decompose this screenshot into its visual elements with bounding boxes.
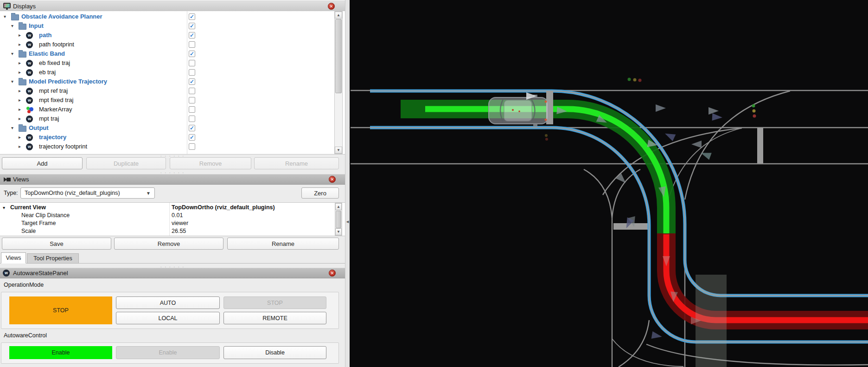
rename-view-button[interactable]: Rename bbox=[227, 238, 339, 250]
tree-row[interactable]: ▾Output✓ bbox=[0, 123, 334, 133]
tree-label[interactable]: eb fixed traj bbox=[39, 58, 70, 68]
scroll-up-icon[interactable]: ▲ bbox=[335, 12, 342, 19]
tree-label[interactable]: Model Predictive Trajectory bbox=[29, 77, 107, 86]
tree-row[interactable]: ▾Input✓ bbox=[0, 21, 334, 31]
tree-label[interactable]: Obstacle Avoidance Planner bbox=[21, 12, 102, 21]
property-value[interactable]: viewer bbox=[172, 219, 188, 227]
zero-button[interactable]: Zero bbox=[301, 187, 339, 199]
displays-tree-scrollbar[interactable]: ▲ ▼ bbox=[334, 11, 343, 154]
tree-row[interactable]: ▸web traj bbox=[0, 68, 334, 77]
display-checkbox[interactable] bbox=[189, 116, 195, 122]
scrollbar-thumb[interactable] bbox=[335, 19, 342, 93]
display-checkbox[interactable] bbox=[189, 143, 195, 150]
display-checkbox[interactable] bbox=[189, 97, 195, 103]
tree-expander-icon[interactable]: ▸ bbox=[19, 58, 24, 68]
rename-button[interactable]: Rename bbox=[254, 157, 339, 169]
tree-row[interactable]: ▸wtrajectory✓ bbox=[0, 133, 334, 142]
disable-button[interactable]: Disable bbox=[223, 346, 326, 359]
property-row[interactable]: ▾Current ViewTopDownOrtho (rviz_default_… bbox=[0, 204, 345, 212]
tree-label[interactable]: Elastic Band bbox=[29, 49, 65, 58]
tree-row[interactable]: ▾Obstacle Avoidance Planner✓ bbox=[0, 12, 334, 21]
display-checkbox[interactable] bbox=[189, 69, 195, 76]
tab-views[interactable]: Views bbox=[1, 252, 26, 264]
tree-label[interactable]: Input bbox=[29, 21, 44, 31]
tree-row[interactable]: ▸wpath✓ bbox=[0, 31, 334, 40]
tree-row[interactable]: ▸web fixed traj bbox=[0, 58, 334, 68]
autoware-state-panel-header[interactable]: w AutowareStatePanel ✕ bbox=[0, 268, 345, 278]
tree-expander-icon[interactable]: ▾ bbox=[11, 77, 17, 86]
tree-label[interactable]: path bbox=[39, 31, 51, 40]
duplicate-button[interactable]: Duplicate bbox=[86, 157, 166, 169]
tree-expander-icon[interactable]: ▾ bbox=[11, 49, 17, 58]
display-checkbox[interactable]: ✓ bbox=[189, 78, 195, 85]
displays-close-icon[interactable]: ✕ bbox=[328, 3, 335, 10]
tree-label[interactable]: mpt traj bbox=[39, 114, 59, 123]
tree-row[interactable]: ▸MarkerArray bbox=[0, 105, 334, 114]
tree-row[interactable]: ▸wpath footprint bbox=[0, 40, 334, 49]
tree-expander-icon[interactable]: ▾ bbox=[11, 123, 17, 133]
auto-button[interactable]: AUTO bbox=[116, 296, 220, 309]
tree-expander-icon[interactable]: ▸ bbox=[19, 133, 24, 142]
tree-expander-icon[interactable]: ▸ bbox=[19, 31, 24, 40]
scroll-up-icon[interactable]: ▲ bbox=[335, 203, 342, 210]
display-checkbox[interactable]: ✓ bbox=[189, 23, 195, 29]
tree-expander-icon[interactable]: ▸ bbox=[19, 68, 24, 77]
display-checkbox[interactable] bbox=[189, 106, 195, 113]
local-button[interactable]: LOCAL bbox=[116, 312, 220, 324]
remote-button[interactable]: REMOTE bbox=[223, 312, 326, 324]
tree-expander-icon[interactable]: ▾ bbox=[3, 204, 5, 212]
display-checkbox[interactable]: ✓ bbox=[189, 125, 195, 131]
stop-button[interactable]: STOP bbox=[223, 296, 326, 309]
panel-splitter[interactable] bbox=[345, 0, 350, 367]
display-checkbox[interactable]: ✓ bbox=[189, 51, 195, 57]
collapse-panel-icon[interactable]: ◂ bbox=[345, 216, 350, 226]
remove-button[interactable]: Remove bbox=[170, 157, 251, 169]
tree-label[interactable]: trajectory footprint bbox=[39, 142, 87, 151]
tree-row[interactable]: ▸wmpt traj bbox=[0, 114, 334, 123]
scroll-down-icon[interactable]: ▼ bbox=[335, 147, 342, 154]
views-close-icon[interactable]: ✕ bbox=[329, 176, 336, 183]
autoware-panel-close-icon[interactable]: ✕ bbox=[329, 270, 336, 277]
view-type-dropdown[interactable]: TopDownOrtho (rviz_default_plugins) ▼ bbox=[20, 187, 155, 199]
current-view-scrollbar[interactable]: ▲▼ bbox=[335, 203, 342, 236]
display-checkbox[interactable] bbox=[189, 88, 195, 94]
tree-row[interactable]: ▸wmpt fixed traj bbox=[0, 96, 334, 105]
tree-expander-icon[interactable]: ▸ bbox=[19, 40, 24, 49]
displays-tree[interactable]: ▾Obstacle Avoidance Planner✓▾Input✓▸wpat… bbox=[0, 11, 345, 155]
displays-panel-header[interactable]: Displays ✕ bbox=[0, 1, 345, 12]
tree-expander-icon[interactable]: ▸ bbox=[19, 114, 24, 123]
tree-expander-icon[interactable]: ▸ bbox=[19, 86, 24, 96]
tree-label[interactable]: eb traj bbox=[39, 68, 56, 77]
views-panel-header[interactable]: Views ✕ bbox=[0, 174, 345, 185]
tree-row[interactable]: ▾Model Predictive Trajectory✓ bbox=[0, 77, 334, 86]
tree-label[interactable]: Output bbox=[29, 123, 49, 133]
tab-tool-properties[interactable]: Tool Properties bbox=[27, 253, 79, 264]
enable-button[interactable]: Enable bbox=[116, 346, 220, 359]
tree-label[interactable]: trajectory bbox=[39, 133, 66, 142]
display-checkbox[interactable]: ✓ bbox=[189, 134, 195, 141]
tree-row[interactable]: ▸wmpt ref traj bbox=[0, 86, 334, 96]
property-row[interactable]: Target Frameviewer bbox=[0, 219, 345, 227]
tree-expander-icon[interactable]: ▸ bbox=[19, 105, 24, 114]
current-view-properties[interactable]: ▾Current ViewTopDownOrtho (rviz_default_… bbox=[0, 202, 345, 236]
tree-expander-icon[interactable]: ▸ bbox=[19, 142, 24, 151]
property-value[interactable]: 0.01 bbox=[172, 212, 183, 219]
display-checkbox[interactable]: ✓ bbox=[189, 32, 195, 39]
3d-viewport[interactable] bbox=[350, 0, 868, 367]
property-row[interactable]: Scale26.55 bbox=[0, 227, 345, 235]
tree-row[interactable]: ▾Elastic Band✓ bbox=[0, 49, 334, 58]
scroll-down-icon[interactable]: ▼ bbox=[335, 228, 342, 235]
display-checkbox[interactable] bbox=[189, 41, 195, 48]
remove-view-button[interactable]: Remove bbox=[114, 238, 223, 250]
tree-expander-icon[interactable]: ▸ bbox=[19, 96, 24, 105]
property-value[interactable]: TopDownOrtho (rviz_default_plugins) bbox=[172, 204, 275, 212]
add-button[interactable]: Add bbox=[2, 157, 83, 169]
tree-expander-icon[interactable]: ▾ bbox=[4, 12, 9, 21]
tree-label[interactable]: path footprint bbox=[39, 40, 74, 49]
property-value[interactable]: 26.55 bbox=[172, 227, 186, 235]
tree-label[interactable]: mpt fixed traj bbox=[39, 96, 73, 105]
tree-expander-icon[interactable]: ▾ bbox=[11, 21, 17, 31]
tree-label[interactable]: MarkerArray bbox=[39, 105, 72, 114]
property-row[interactable]: Near Clip Distance0.01 bbox=[0, 212, 345, 219]
display-checkbox[interactable] bbox=[189, 60, 195, 66]
